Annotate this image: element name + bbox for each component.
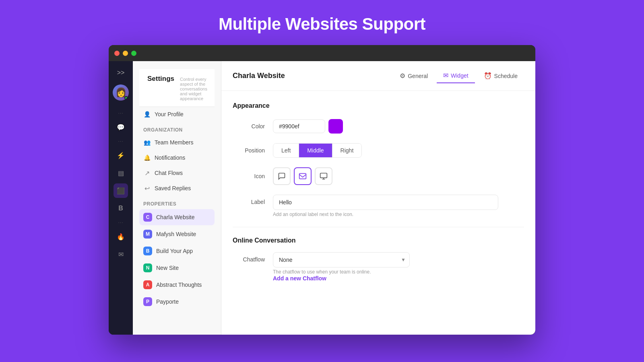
abstract-thoughts-badge: A [143,280,152,289]
property-item-payporte[interactable]: P Payporte [139,294,215,310]
label-input[interactable] [273,195,498,210]
chatflow-select[interactable]: None [273,252,410,267]
appearance-section-title: Appearance [233,102,524,109]
sidebar-icon-lightning[interactable]: ⚡ [114,148,128,162]
property-item-mafysh-website[interactable]: M Mafysh Website [139,226,215,242]
nav-item-your-profile[interactable]: 👤 Your Profile [139,107,215,121]
chatflow-row: Chatflow None ▼ The chatflow to use when… [233,252,524,282]
settings-header-bar: Settings Control every aspect of the con… [139,69,215,107]
color-label: Color [233,123,265,130]
build-your-app-badge: B [143,247,152,255]
charla-website-label: Charla Website [156,214,194,220]
chatflow-input-group: None ▼ The chatflow to use when your tea… [273,252,410,282]
position-middle-button[interactable]: Middle [299,144,332,157]
tab-general[interactable]: ⚙ General [393,69,434,83]
payporte-badge: P [143,297,152,306]
sidebar-expand-button[interactable]: >> [114,66,128,80]
label-hint: Add an optional label next to the icon. [273,212,498,217]
icon-option-message[interactable] [315,167,332,185]
widget-tab-icon: ✉ [443,72,448,79]
nav-item-notifications[interactable]: 🔔 Notifications [139,150,215,165]
property-item-charla-website[interactable]: C Charla Website [139,209,215,225]
property-item-abstract-thoughts[interactable]: A Abstract Thoughts [139,277,215,293]
nav-item-saved-replies[interactable]: ↩ Saved Replies [139,181,215,195]
team-members-icon: 👥 [143,139,151,146]
position-right-button[interactable]: Right [332,144,362,157]
position-left-button[interactable]: Left [273,144,299,157]
schedule-tab-label: Schedule [494,73,518,79]
team-members-label: Team Members [155,139,193,146]
icon-option-envelope[interactable] [294,167,312,185]
chatflow-hint: The chatflow to use when your team is on… [273,269,410,275]
settings-panel: Settings Control every aspect of the con… [133,61,221,335]
sidebar-icon-mail[interactable]: ✉ [114,247,128,261]
settings-title: Settings [147,75,174,83]
section-organization: Organization [139,122,215,135]
sidebar-dots-3: ··· [118,220,123,225]
notifications-label: Notifications [155,154,185,161]
tab-group: ⚙ General ✉ Widget ⏰ Schedule [393,68,524,83]
label-row: Label Add an optional label next to the … [233,195,524,217]
icon-label: Icon [233,173,265,179]
traffic-light-yellow[interactable] [123,51,128,56]
label-form-label: Label [233,199,265,205]
svg-rect-0 [299,173,306,179]
your-profile-icon: 👤 [143,111,151,118]
sidebar: >> 👩 ··· 💬 ··· ⚡ ▤ ⬛ B ··· 🔥 ✉ [109,61,133,335]
icon-row: Icon [233,167,524,185]
general-tab-icon: ⚙ [400,72,405,80]
chat-flows-icon: ↗ [143,169,151,177]
browser-body: >> 👩 ··· 💬 ··· ⚡ ▤ ⬛ B ··· 🔥 ✉ Settings … [109,61,535,335]
label-input-group: Add an optional label next to the icon. [273,195,498,217]
saved-replies-icon: ↩ [143,185,151,192]
tab-schedule[interactable]: ⏰ Schedule [477,69,524,83]
sidebar-icon-table[interactable]: ▤ [114,166,128,180]
color-swatch[interactable] [328,119,343,134]
icon-option-chat-bubble[interactable] [273,167,291,185]
sidebar-dots-2: ··· [118,138,123,144]
position-label: Position [233,147,265,154]
tab-widget[interactable]: ✉ Widget [437,68,475,83]
widget-tab-label: Widget [451,72,469,79]
traffic-light-red[interactable] [114,51,120,56]
chat-flows-label: Chat Flows [155,170,183,176]
color-text-input[interactable] [273,119,325,133]
sidebar-icon-b[interactable]: B [114,201,128,216]
nav-item-team-members[interactable]: 👥 Team Members [139,135,215,150]
sidebar-dots-1: ··· [118,110,123,116]
main-header: Charla Website ⚙ General ✉ Widget ⏰ [221,61,535,91]
sidebar-icon-toggle[interactable]: ⬛ [114,183,128,198]
settings-subtitle: Control every aspect of the conversation… [180,77,207,101]
mafysh-website-badge: M [143,230,152,239]
section-divider [233,227,524,227]
icon-option-group [273,167,332,185]
new-site-label: New Site [156,265,179,271]
nav-item-chat-flows[interactable]: ↗ Chat Flows [139,166,215,180]
build-your-app-label: Build Your App [156,248,193,254]
content-area: Appearance Color Position Left Middle [221,91,535,335]
mafysh-website-label: Mafysh Website [156,231,196,237]
charla-website-badge: C [143,213,152,222]
saved-replies-label: Saved Replies [155,185,191,191]
property-item-new-site[interactable]: N New Site [139,260,215,276]
add-chatflow-link[interactable]: Add a new Chatflow [273,275,326,282]
property-item-build-your-app[interactable]: B Build Your App [139,243,215,259]
browser-window: >> 👩 ··· 💬 ··· ⚡ ▤ ⬛ B ··· 🔥 ✉ Settings … [109,45,535,335]
position-row: Position Left Middle Right [233,143,524,158]
sidebar-icon-chat[interactable]: 💬 [114,120,128,134]
online-status-dot [124,96,128,100]
sidebar-avatar: 👩 [113,84,129,101]
general-tab-label: General [408,73,428,79]
schedule-tab-icon: ⏰ [484,72,492,80]
online-conversation-title: Online Conversation [233,237,524,244]
main-content: Charla Website ⚙ General ✉ Widget ⏰ [221,61,535,335]
section-properties: Properties [139,196,215,209]
payporte-label: Payporte [156,298,179,305]
sidebar-icon-flame[interactable]: 🔥 [114,229,128,244]
color-row: Color [233,119,524,134]
page-title: Multiple Websites Support [219,14,425,34]
abstract-thoughts-label: Abstract Thoughts [156,282,202,288]
chatflow-select-wrapper: None ▼ [273,252,410,267]
notifications-icon: 🔔 [143,154,151,161]
traffic-light-green[interactable] [131,51,136,56]
